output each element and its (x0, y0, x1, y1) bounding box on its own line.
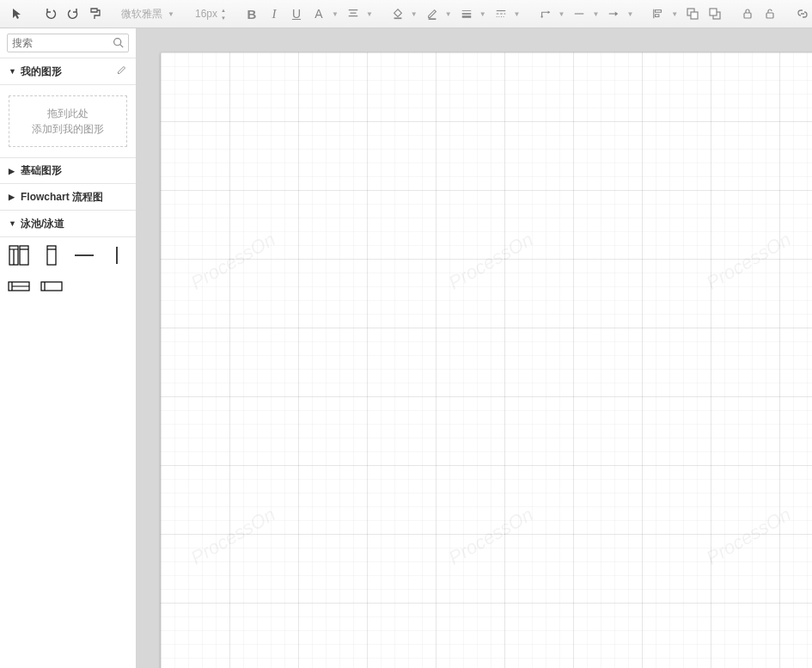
redo-button[interactable] (62, 3, 84, 25)
chevron-down-icon: ▼ (671, 10, 678, 18)
font-size-select[interactable]: 16px ▲▼ (189, 4, 230, 23)
chevron-down-icon: ▼ (366, 10, 373, 18)
connector-type-button[interactable]: ▼ (534, 3, 569, 25)
font-family-select[interactable]: 微软雅黑 ▼ (117, 4, 179, 23)
bring-front-button[interactable] (681, 3, 704, 25)
svg-rect-8 (766, 13, 773, 18)
arrow-end-button[interactable]: ▼ (602, 3, 637, 25)
chevron-down-icon: ▼ (559, 10, 565, 18)
underline-button[interactable]: U (285, 3, 308, 25)
link-button[interactable] (791, 3, 812, 25)
arrow-start-button[interactable]: ▼ (568, 3, 602, 25)
toolbar: 微软雅黑 ▼ 16px ▲▼ B I U A▼ ▼ ▼ ▼ ▼ ▼ ▼ ▼ ▼ … (0, 0, 812, 28)
chevron-down-icon: ▼ (514, 10, 521, 18)
chevron-down-icon: ▼ (332, 10, 339, 18)
font-family-label: 微软雅黑 (121, 7, 162, 21)
font-size-label: 16px (195, 8, 217, 20)
fill-color-button[interactable]: ▼ (387, 3, 421, 25)
svg-point-0 (540, 15, 542, 17)
chevron-down-icon: ▼ (626, 10, 633, 18)
svg-rect-1 (656, 10, 662, 13)
svg-rect-4 (691, 12, 698, 19)
italic-button[interactable]: I (263, 3, 285, 25)
chevron-down-icon: ▼ (445, 10, 452, 18)
line-color-button[interactable]: ▼ (421, 3, 455, 25)
unlock-button[interactable] (759, 3, 781, 25)
send-back-button[interactable] (704, 3, 726, 25)
svg-rect-6 (710, 9, 717, 15)
font-size-stepper[interactable]: ▲▼ (219, 6, 228, 21)
svg-rect-7 (744, 13, 751, 18)
lock-button[interactable] (736, 3, 759, 25)
chevron-down-icon: ▼ (168, 10, 174, 18)
text-color-button[interactable]: A▼ (308, 3, 342, 25)
line-width-button[interactable]: ▼ (455, 3, 490, 25)
chevron-down-icon: ▼ (479, 10, 486, 18)
text-align-button[interactable]: ▼ (342, 3, 376, 25)
align-button[interactable]: ▼ (647, 3, 681, 25)
line-style-button[interactable]: ▼ (490, 3, 524, 25)
svg-rect-2 (656, 15, 659, 17)
cursor-plus-icon[interactable] (7, 3, 29, 25)
format-painter-button[interactable] (84, 3, 107, 25)
undo-button[interactable] (40, 3, 62, 25)
bold-button[interactable]: B (241, 3, 263, 25)
chevron-down-icon: ▼ (592, 10, 599, 18)
chevron-down-icon: ▼ (411, 10, 418, 18)
